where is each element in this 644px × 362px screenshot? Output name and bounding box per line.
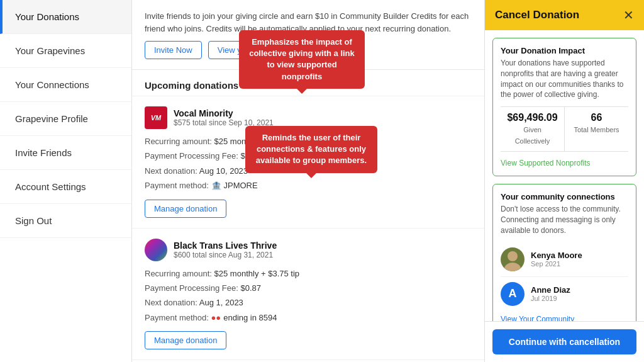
member-row-anne: A Anne Diaz Jul 2019 [501, 277, 628, 311]
sidebar-label: Account Settings [15, 181, 86, 192]
cancel-header: Cancel Donation ✕ [485, 0, 644, 30]
member-since-kenya: Sep 2021 [531, 260, 582, 268]
sidebar-item-your-donations[interactable]: Your Donations [0, 0, 131, 34]
org-name-2: Black Trans Lives Thrive [174, 240, 277, 251]
recurring-amount-2: Recurring amount: $25 monthly + $3.75 ti… [145, 266, 472, 281]
anne-info: Anne Diaz Jul 2019 [531, 285, 570, 302]
total-members-stat: 66 Total Members [565, 107, 628, 151]
donation-since-2: $600 total since Aug 31, 2021 [174, 251, 277, 259]
sidebar: Your Donations Your Grapevines Your Conn… [0, 0, 132, 362]
sidebar-label: Your Donations [15, 11, 79, 22]
view-nonprofits-link[interactable]: View Supported Nonprofits [501, 159, 591, 167]
kenya-avatar [501, 247, 525, 271]
view-community-link[interactable]: View Your Community [501, 315, 628, 321]
tooltip-collective-giving: Emphasizes the impact of collective givi… [239, 30, 365, 89]
impact-label: Your Donation Impact [501, 46, 628, 55]
vocal-minority-logo: VM [145, 106, 167, 129]
member-name-anne: Anne Diaz [531, 285, 570, 295]
sidebar-item-sign-out[interactable]: Sign Out [0, 204, 131, 238]
community-section: Your community connections Don't lose ac… [492, 184, 636, 321]
donation-details-2: Recurring amount: $25 monthly + $3.75 ti… [145, 266, 472, 325]
manage-donation-button-1[interactable]: Manage donation [145, 200, 226, 218]
donation-org-info: Vocal Minority $575 total since Sep 10, … [174, 108, 274, 127]
upcoming-title-text: Upcoming donations [145, 80, 238, 91]
tooltip2-text: Reminds the user of their connections & … [256, 133, 367, 165]
impact-desc: Your donations have supported nonprofits… [501, 58, 628, 100]
cancel-footer: Continue with cancellation [485, 321, 644, 362]
btlt-logo [145, 239, 167, 261]
community-label: Your community connections [501, 192, 628, 201]
cancel-donation-panel: Cancel Donation ✕ Your Donation Impact Y… [484, 0, 644, 362]
sidebar-label: Your Connections [15, 79, 89, 90]
invite-now-button[interactable]: Invite Now [145, 41, 202, 59]
payment-method-2: Payment method: ●●ending in 8594 [145, 310, 472, 325]
sidebar-item-your-connections[interactable]: Your Connections [0, 68, 131, 102]
cancel-body: Your Donation Impact Your donations have… [485, 30, 644, 321]
member-row-kenya: Kenya Moore Sep 2021 [501, 242, 628, 277]
community-desc: Don't lose access to the community. Conn… [501, 204, 628, 235]
payment-method: Payment method: 🏦JPMORE [145, 178, 472, 193]
manage-donation-button-2[interactable]: Manage donation [145, 331, 226, 349]
given-collectively-stat: $69,496.09 Given Collectively [501, 107, 565, 151]
donation-card-btlt: Black Trans Lives Thrive $600 total sinc… [132, 229, 484, 361]
member-since-anne: Jul 2019 [531, 295, 570, 302]
stats-row: $69,496.09 Given Collectively 66 Total M… [501, 106, 628, 152]
members-label: Total Members [574, 126, 619, 133]
processing-fee-2: Payment Processing Fee: $0.87 [145, 281, 472, 295]
kenya-info: Kenya Moore Sep 2021 [531, 251, 582, 268]
svg-point-7 [504, 263, 521, 271]
org-name: Vocal Minority [174, 108, 274, 118]
sidebar-item-account-settings[interactable]: Account Settings [0, 170, 131, 204]
sidebar-label: Sign Out [15, 215, 52, 226]
cancel-title: Cancel Donation [495, 9, 579, 21]
sidebar-item-invite-friends[interactable]: Invite Friends [0, 136, 131, 170]
donation-header-2: Black Trans Lives Thrive $600 total sinc… [145, 239, 472, 261]
member-name-kenya: Kenya Moore [531, 251, 582, 260]
tooltip1-text: Emphasizes the impact of collective givi… [249, 37, 355, 81]
sidebar-label: Invite Friends [15, 147, 72, 158]
sidebar-label: Your Grapevines [15, 45, 85, 56]
next-donation-2: Next donation: Aug 1, 2023 [145, 295, 472, 310]
given-value: $69,496.09 [506, 112, 559, 123]
tooltip-connections: Reminds the user of their connections & … [245, 126, 377, 173]
given-label: Given Collectively [515, 126, 550, 145]
svg-point-6 [508, 251, 518, 261]
continue-cancellation-button[interactable]: Continue with cancellation [492, 329, 636, 354]
members-value: 66 [570, 112, 623, 123]
donation-org-info-2: Black Trans Lives Thrive $600 total sinc… [174, 240, 277, 259]
donation-impact-section: Your Donation Impact Your donations have… [492, 38, 636, 176]
anne-avatar: A [501, 282, 525, 306]
sidebar-item-grapevine-profile[interactable]: Grapevine Profile [0, 102, 131, 136]
sidebar-label: Grapevine Profile [15, 113, 88, 124]
close-cancel-button[interactable]: ✕ [623, 9, 634, 21]
sidebar-item-your-grapevines[interactable]: Your Grapevines [0, 34, 131, 68]
